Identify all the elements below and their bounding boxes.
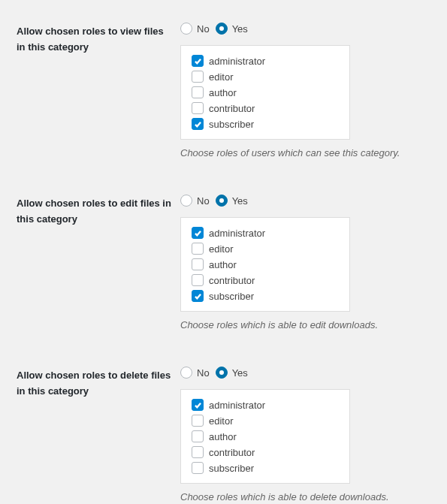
- role-label[interactable]: author: [209, 259, 237, 270]
- role-label[interactable]: administrator: [209, 56, 265, 67]
- role-label[interactable]: contributor: [209, 447, 255, 458]
- role-label[interactable]: editor: [209, 415, 234, 427]
- role-item: author: [192, 430, 339, 442]
- role-checkbox[interactable]: [192, 55, 204, 67]
- role-checkbox[interactable]: [192, 462, 204, 474]
- role-checkbox[interactable]: [192, 430, 204, 442]
- role-label[interactable]: author: [209, 431, 237, 442]
- role-item: editor: [192, 243, 339, 255]
- section-label: Allow chosen roles to edit files in this…: [17, 195, 180, 330]
- role-item: editor: [192, 71, 339, 83]
- role-label[interactable]: editor: [209, 243, 234, 255]
- roles-box: administratoreditorauthorcontributorsubs…: [180, 45, 350, 140]
- role-label[interactable]: subscriber: [209, 119, 254, 130]
- roles-box: administratoreditorauthorcontributorsubs…: [180, 389, 350, 484]
- section-label: Allow chosen roles to delete files in th…: [17, 367, 180, 502]
- role-checkbox[interactable]: [192, 399, 204, 411]
- radio-label-yes[interactable]: Yes: [232, 367, 248, 379]
- yes-no-radio-group: NoYes: [180, 195, 430, 207]
- role-checkbox[interactable]: [192, 102, 204, 114]
- role-checkbox[interactable]: [192, 415, 204, 427]
- role-label[interactable]: contributor: [209, 275, 255, 286]
- role-checkbox[interactable]: [192, 227, 204, 239]
- permission-section: Allow chosen roles to view files in this…: [17, 23, 430, 158]
- role-checkbox[interactable]: [192, 71, 204, 83]
- role-label[interactable]: administrator: [209, 228, 265, 239]
- section-control: NoYesadministratoreditorauthorcontributo…: [180, 23, 430, 158]
- yes-no-radio-group: NoYes: [180, 367, 430, 379]
- role-item: contributor: [192, 102, 339, 114]
- section-hint: Choose roles which is able to delete dow…: [180, 491, 430, 502]
- roles-box: administratoreditorauthorcontributorsubs…: [180, 217, 350, 312]
- role-label[interactable]: administrator: [209, 400, 265, 411]
- radio-label-no[interactable]: No: [197, 367, 210, 379]
- role-item: administrator: [192, 55, 339, 67]
- yes-no-radio-group: NoYes: [180, 23, 430, 35]
- role-label[interactable]: author: [209, 87, 237, 98]
- role-item: administrator: [192, 399, 339, 411]
- radio-yes[interactable]: [216, 367, 228, 379]
- role-item: contributor: [192, 274, 339, 286]
- role-checkbox[interactable]: [192, 446, 204, 458]
- section-control: NoYesadministratoreditorauthorcontributo…: [180, 195, 430, 330]
- role-item: editor: [192, 415, 339, 427]
- radio-label-yes[interactable]: Yes: [232, 23, 248, 35]
- role-item: administrator: [192, 227, 339, 239]
- role-label[interactable]: contributor: [209, 103, 255, 114]
- radio-no[interactable]: [180, 23, 192, 35]
- role-item: subscriber: [192, 462, 339, 474]
- role-item: author: [192, 258, 339, 270]
- section-control: NoYesadministratoreditorauthorcontributo…: [180, 367, 430, 502]
- radio-no[interactable]: [180, 195, 192, 207]
- radio-yes[interactable]: [216, 23, 228, 35]
- role-item: subscriber: [192, 118, 339, 130]
- section-label: Allow chosen roles to view files in this…: [17, 23, 180, 158]
- permission-section: Allow chosen roles to edit files in this…: [17, 195, 430, 330]
- role-checkbox[interactable]: [192, 274, 204, 286]
- radio-no[interactable]: [180, 367, 192, 379]
- role-item: contributor: [192, 446, 339, 458]
- radio-label-no[interactable]: No: [197, 23, 210, 35]
- role-item: author: [192, 86, 339, 98]
- role-checkbox[interactable]: [192, 86, 204, 98]
- role-checkbox[interactable]: [192, 243, 204, 255]
- role-checkbox[interactable]: [192, 290, 204, 302]
- role-item: subscriber: [192, 290, 339, 302]
- role-checkbox[interactable]: [192, 118, 204, 130]
- section-hint: Choose roles which is able to edit downl…: [180, 319, 430, 330]
- role-label[interactable]: editor: [209, 71, 234, 83]
- role-label[interactable]: subscriber: [209, 291, 254, 302]
- permission-section: Allow chosen roles to delete files in th…: [17, 367, 430, 502]
- section-hint: Choose roles of users which can see this…: [180, 147, 430, 158]
- radio-label-no[interactable]: No: [197, 195, 210, 207]
- role-checkbox[interactable]: [192, 258, 204, 270]
- radio-label-yes[interactable]: Yes: [232, 195, 248, 207]
- role-label[interactable]: subscriber: [209, 463, 254, 474]
- radio-yes[interactable]: [216, 195, 228, 207]
